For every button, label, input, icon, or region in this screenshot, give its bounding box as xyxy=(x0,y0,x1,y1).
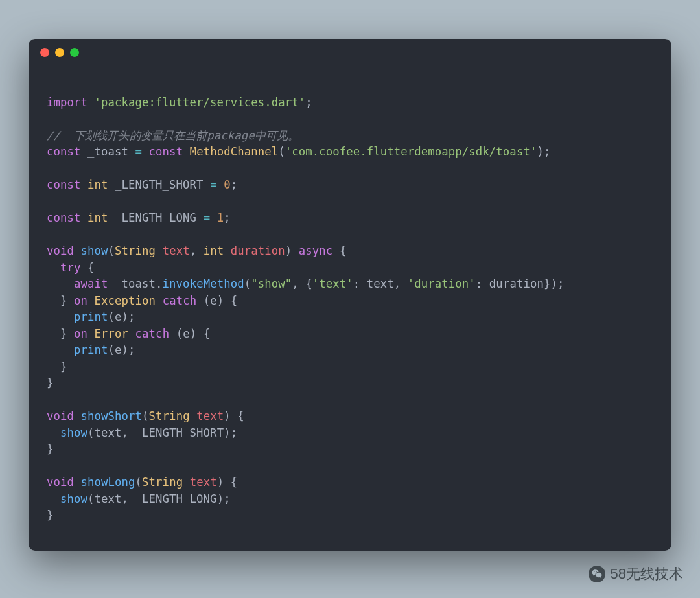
minimize-icon[interactable] xyxy=(55,48,64,57)
code-block: import 'package:flutter/services.dart'; … xyxy=(29,66,671,542)
code-line: } on Error catch (e) { xyxy=(47,326,653,343)
code-line: show(text, _LENGTH_SHORT); xyxy=(47,425,653,442)
code-window: import 'package:flutter/services.dart'; … xyxy=(29,39,671,551)
code-line xyxy=(47,194,653,211)
zoom-icon[interactable] xyxy=(70,48,79,57)
code-line xyxy=(47,111,653,128)
watermark: 58无线技术 xyxy=(589,564,683,584)
code-line: // 下划线开头的变量只在当前package中可见。 xyxy=(47,128,653,144)
watermark-label: 58无线技术 xyxy=(611,564,683,584)
code-line: void showShort(String text) { xyxy=(47,408,653,425)
code-line: void showLong(String text) { xyxy=(47,474,653,491)
code-line: await _toast.invokeMethod("show", {'text… xyxy=(47,276,653,293)
window-titlebar xyxy=(29,39,671,66)
code-line: const _toast = const MethodChannel('com.… xyxy=(47,144,653,161)
code-line xyxy=(47,161,653,178)
code-line: } xyxy=(47,375,653,392)
code-line: try { xyxy=(47,260,653,277)
code-line: } xyxy=(47,507,653,524)
code-line: show(text, _LENGTH_LONG); xyxy=(47,491,653,508)
code-line: import 'package:flutter/services.dart'; xyxy=(47,95,653,111)
code-line xyxy=(47,458,653,475)
code-line: void show(String text, int duration) asy… xyxy=(47,243,653,260)
code-line: print(e); xyxy=(47,309,653,326)
code-line: } xyxy=(47,441,653,458)
code-line: print(e); xyxy=(47,342,653,359)
code-line xyxy=(47,227,653,244)
code-line: const int _LENGTH_SHORT = 0; xyxy=(47,177,653,194)
close-icon[interactable] xyxy=(40,48,49,57)
code-line: } xyxy=(47,359,653,376)
wechat-icon xyxy=(589,566,605,582)
code-line: const int _LENGTH_LONG = 1; xyxy=(47,210,653,227)
code-line xyxy=(47,392,653,409)
code-line xyxy=(47,78,653,95)
code-line: } on Exception catch (e) { xyxy=(47,293,653,310)
